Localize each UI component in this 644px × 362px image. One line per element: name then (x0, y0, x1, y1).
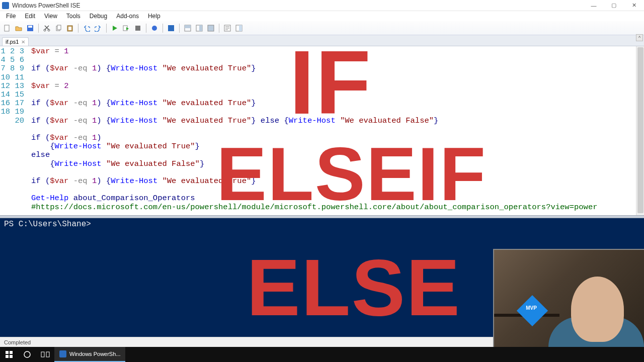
webcam-overlay: MVP (493, 249, 644, 347)
close-button[interactable]: ✕ (624, 0, 644, 11)
powershell-tab-icon[interactable] (166, 23, 176, 33)
new-icon[interactable] (2, 23, 12, 33)
tab-close-icon[interactable]: ✕ (21, 39, 25, 45)
svg-rect-21 (6, 351, 9, 354)
tab-file-ifps1[interactable]: if.ps1 ✕ (2, 37, 29, 46)
cut-icon[interactable] (42, 23, 52, 33)
menu-addons[interactable]: Add-ons (112, 12, 143, 21)
svg-rect-10 (135, 26, 140, 31)
editor-tabbar: if.ps1 ✕ (0, 35, 644, 46)
stop-icon[interactable] (133, 23, 143, 33)
svg-rect-24 (10, 355, 13, 358)
collapse-script-pane-icon[interactable]: ^ (636, 34, 643, 41)
redo-icon[interactable] (93, 23, 103, 33)
task-view-icon[interactable] (36, 347, 54, 362)
run-selection-icon[interactable] (121, 23, 131, 33)
undo-icon[interactable] (82, 23, 92, 33)
console-prompt: PS C:\Users\Shane> (4, 220, 91, 229)
menu-file[interactable]: File (2, 12, 20, 21)
status-text: Completed (4, 339, 31, 345)
tab-label: if.ps1 (6, 39, 19, 45)
svg-rect-2 (28, 26, 32, 28)
save-icon[interactable] (25, 23, 35, 33)
window-title: Windows PowerShell ISE (12, 2, 80, 9)
editor-scrollbar[interactable] (636, 46, 644, 215)
layout-script-right-icon[interactable] (194, 23, 204, 33)
window-controls: — ▢ ✕ (584, 0, 644, 11)
scrollbar-thumb[interactable] (637, 47, 643, 213)
svg-point-11 (152, 26, 157, 31)
script-editor[interactable]: 1 2 3 4 5 6 7 8 9 10 11 12 13 14 15 16 1… (0, 46, 644, 215)
show-command-icon[interactable] (222, 23, 232, 33)
minimize-button[interactable]: — (584, 0, 604, 11)
app-icon (2, 2, 9, 9)
copy-icon[interactable] (53, 23, 63, 33)
layout-script-max-icon[interactable] (206, 23, 216, 33)
taskbar-app-powershell[interactable]: Windows PowerSh... (54, 347, 125, 362)
new-remote-icon[interactable] (149, 23, 159, 33)
menu-tools[interactable]: Tools (62, 12, 85, 21)
svg-rect-8 (68, 27, 71, 30)
mvp-badge: MVP (517, 295, 548, 326)
line-gutter: 1 2 3 4 5 6 7 8 9 10 11 12 13 14 15 16 1… (0, 46, 28, 215)
svg-rect-23 (6, 355, 9, 358)
svg-rect-6 (57, 25, 61, 30)
menu-debug[interactable]: Debug (86, 12, 111, 21)
svg-rect-26 (41, 352, 44, 357)
menu-view[interactable]: View (40, 12, 61, 21)
svg-rect-12 (168, 25, 174, 31)
svg-rect-14 (185, 25, 191, 28)
start-button[interactable] (0, 347, 18, 362)
svg-point-25 (24, 351, 30, 357)
taskbar-app-icon (59, 350, 66, 357)
open-icon[interactable] (14, 23, 24, 33)
code-content[interactable]: $var = 1 if ($var -eq 1) {Write-Host "We… (28, 46, 597, 215)
maximize-button[interactable]: ▢ (604, 0, 624, 11)
cortana-icon[interactable] (18, 347, 36, 362)
taskbar-app-label: Windows PowerSh... (69, 351, 120, 357)
toolbar (0, 21, 644, 35)
svg-rect-27 (46, 352, 49, 357)
paste-icon[interactable] (65, 23, 75, 33)
svg-rect-0 (5, 25, 9, 31)
layout-script-top-icon[interactable] (183, 23, 193, 33)
windows-taskbar: Windows PowerSh... (0, 347, 644, 362)
menubar: File Edit View Tools Debug Add-ons Help (0, 11, 644, 21)
run-icon[interactable] (110, 23, 120, 33)
window-titlebar: Windows PowerShell ISE — ▢ ✕ (0, 0, 644, 11)
show-command-addon-icon[interactable] (234, 23, 244, 33)
svg-rect-16 (199, 25, 202, 31)
menu-edit[interactable]: Edit (21, 12, 39, 21)
menu-help[interactable]: Help (144, 12, 165, 21)
svg-rect-20 (239, 25, 242, 31)
svg-rect-22 (10, 351, 13, 354)
svg-rect-17 (208, 25, 214, 31)
